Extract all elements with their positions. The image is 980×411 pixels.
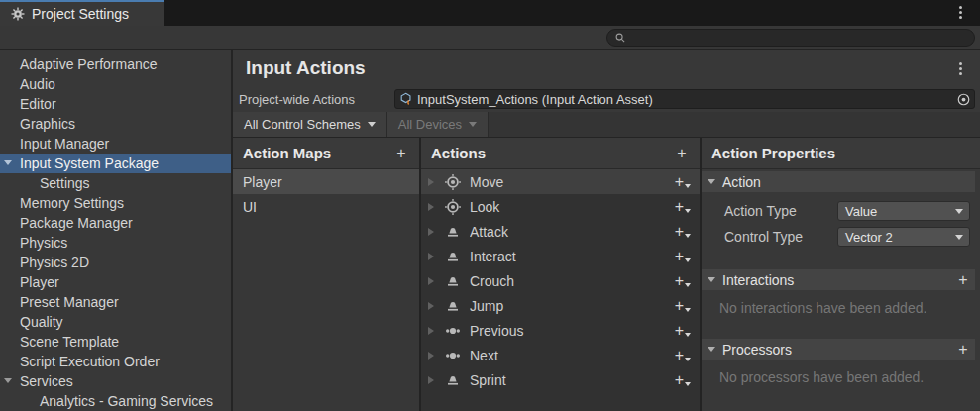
sidebar-item[interactable]: Quality (0, 312, 231, 332)
sidebar-item[interactable]: Input Manager (0, 134, 231, 154)
gear-icon (11, 7, 25, 21)
input-action-asset-field[interactable]: InputSystem_Actions (Input Action Asset) (394, 89, 975, 109)
action-map-item[interactable]: UI (233, 194, 419, 219)
actions-header: Actions + (421, 138, 700, 169)
sidebar-item[interactable]: Editor (0, 94, 231, 114)
chevron-down-icon (685, 382, 691, 386)
search-input[interactable] (631, 31, 967, 45)
chevron-down-icon (685, 258, 691, 262)
sidebar-item[interactable]: Physics (0, 233, 231, 253)
expand-triangle-icon[interactable] (428, 327, 434, 335)
action-label: Move (470, 174, 675, 190)
actions-list: Move + Look (421, 169, 700, 411)
expand-triangle-icon[interactable] (428, 253, 434, 260)
add-action-map-button[interactable]: + (391, 144, 411, 163)
window-menu-button[interactable] (959, 6, 962, 19)
sidebar-item[interactable]: Memory Settings (0, 193, 231, 213)
add-binding-button[interactable]: + (675, 200, 691, 214)
sidebar-item[interactable]: Package Manager (0, 213, 231, 233)
action-row[interactable]: Interact + (421, 244, 700, 268)
action-row[interactable]: Previous + (421, 318, 700, 343)
action-map-item[interactable]: Player (233, 169, 419, 194)
expand-triangle-icon[interactable] (428, 203, 434, 211)
sidebar-item-label: Quality (20, 314, 63, 330)
add-binding-button[interactable]: + (675, 274, 691, 288)
window-topbar: Project Settings (0, 0, 980, 26)
panel-menu-button[interactable] (959, 62, 962, 75)
action-maps-title: Action Maps (243, 145, 331, 161)
sidebar-item[interactable]: Analytics - Gaming Services (0, 391, 231, 411)
interactions-title: Interactions (722, 272, 794, 288)
sidebar-item[interactable]: Audio (0, 74, 231, 94)
chevron-down-icon (469, 122, 477, 127)
sidebar-item[interactable]: Adaptive Performance (0, 54, 231, 74)
sidebar-item-label: Physics (20, 235, 67, 251)
action-row[interactable]: Jump + (421, 293, 700, 318)
sidebar-item[interactable]: Player (0, 272, 231, 292)
add-interaction-button[interactable]: + (953, 270, 973, 290)
action-properties-body: Action Action Type Value Control Type (702, 169, 980, 411)
control-type-dropdown[interactable]: Vector 2 (837, 227, 970, 247)
sidebar-item-label: Physics 2D (20, 255, 89, 270)
chevron-down-icon (685, 283, 691, 287)
action-row[interactable]: Attack + (421, 219, 700, 244)
add-binding-button[interactable]: + (675, 324, 691, 338)
tab-project-settings[interactable]: Project Settings (0, 0, 164, 26)
vector2-stick-icon (445, 174, 461, 190)
expand-triangle-icon[interactable] (428, 376, 434, 384)
add-binding-button[interactable]: + (675, 349, 691, 362)
action-map-label: UI (243, 199, 257, 215)
add-binding-button[interactable]: + (675, 373, 691, 387)
expand-triangle-icon[interactable] (428, 178, 434, 186)
action-row[interactable]: Next + (421, 343, 700, 367)
add-binding-button[interactable]: + (675, 175, 691, 189)
add-binding-button[interactable]: + (675, 299, 691, 313)
sidebar-item[interactable]: Preset Manager (0, 292, 231, 312)
add-processor-button[interactable]: + (953, 340, 973, 360)
sidebar-item-label: Settings (40, 175, 90, 191)
editor-columns: Action Maps + Player UI (233, 138, 980, 411)
expand-triangle-icon[interactable] (428, 302, 434, 310)
expand-triangle-icon[interactable] (428, 277, 434, 285)
devices-label: All Devices (398, 117, 462, 132)
action-type-dropdown[interactable]: Value (837, 201, 970, 221)
sidebar-item[interactable]: Settings (0, 173, 231, 193)
control-type-value: Vector 2 (845, 230, 893, 245)
action-section-foldout[interactable]: Action (702, 171, 975, 192)
action-row[interactable]: Sprint + (421, 367, 700, 392)
processors-foldout[interactable]: Processors + (702, 339, 975, 360)
action-label: Sprint (470, 372, 675, 388)
action-label: Previous (470, 323, 675, 339)
add-binding-button[interactable]: + (675, 225, 691, 239)
sidebar-item-label: Package Manager (20, 215, 133, 231)
action-label: Attack (470, 224, 675, 240)
sidebar-item[interactable]: Graphics (0, 114, 231, 134)
axis-icon (445, 323, 461, 339)
sidebar-item-label: Input System Package (20, 155, 159, 171)
add-binding-button[interactable]: + (675, 250, 691, 263)
sidebar-item[interactable]: Services (0, 371, 231, 391)
control-schemes-dropdown[interactable]: All Control Schemes (233, 112, 387, 137)
actions-title: Actions (431, 145, 486, 161)
expand-triangle-icon[interactable] (428, 228, 434, 236)
action-row[interactable]: Crouch + (421, 268, 700, 293)
action-row[interactable]: Move + (421, 169, 700, 194)
sidebar-item[interactable]: Script Execution Order (0, 352, 231, 371)
expand-triangle-icon[interactable] (428, 352, 434, 360)
project-wide-actions-label: Project-wide Actions (239, 92, 394, 107)
foldout-triangle-icon (708, 277, 715, 282)
sidebar-item[interactable]: Physics 2D (0, 253, 231, 272)
button-icon (445, 273, 461, 289)
tab-title: Project Settings (32, 6, 129, 22)
settings-sidebar: Adaptive Performance Audio Editor Graphi… (0, 50, 233, 411)
sidebar-item[interactable]: Scene Template (0, 332, 231, 352)
action-maps-column: Action Maps + Player UI (233, 138, 421, 411)
interactions-foldout[interactable]: Interactions + (702, 269, 975, 290)
project-wide-actions-row: Project-wide Actions InputSystem_Actions… (233, 87, 980, 111)
action-row[interactable]: Look + (421, 194, 700, 219)
sidebar-item[interactable]: Input System Package (0, 154, 231, 173)
action-label: Interact (470, 249, 675, 264)
add-action-button[interactable]: + (672, 144, 692, 163)
project-settings-window: Project Settings Adaptive Performance Au… (0, 0, 980, 411)
object-picker-icon[interactable] (956, 92, 971, 107)
